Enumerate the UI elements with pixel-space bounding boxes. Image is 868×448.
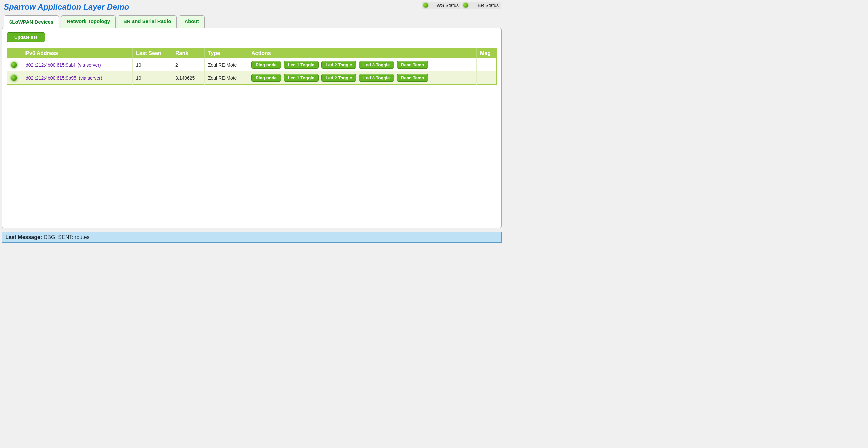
device-address-link[interactable]: fd02::212:4b00:615:9abf xyxy=(24,62,75,68)
status-group: WS Status BR Status xyxy=(422,2,501,9)
cell-type: Zoul RE-Mote xyxy=(205,71,248,85)
tab-6lowpan-devices[interactable]: 6LoWPAN Devices xyxy=(4,15,59,28)
device-address-link[interactable]: fd02::212:4b00:615:9b95 xyxy=(24,75,76,81)
led2-toggle-button[interactable]: Led 2 Toggle xyxy=(321,61,356,69)
app-title: Sparrow Application Layer Demo xyxy=(2,2,129,15)
led1-toggle-button[interactable]: Led 1 Toggle xyxy=(284,61,319,69)
tab-br-serial-radio[interactable]: BR and Serial Radio xyxy=(118,15,177,28)
status-dot-icon xyxy=(463,3,468,8)
cell-msg xyxy=(477,58,497,71)
br-status-label: BR Status xyxy=(478,3,499,8)
read-temp-button[interactable]: Read Temp xyxy=(397,74,428,82)
tab-about[interactable]: About xyxy=(179,15,204,28)
col-header-address: IPv6 Address xyxy=(21,48,133,59)
led3-toggle-button[interactable]: Led 3 Toggle xyxy=(359,61,394,69)
table-row: fd02::212:4b00:615:9b95 (via server) 10 … xyxy=(7,71,497,85)
last-message-text: DBG: SENT: routes xyxy=(44,234,90,240)
cell-msg xyxy=(477,71,497,85)
cell-last-seen: 10 xyxy=(133,71,172,85)
ping-node-button[interactable]: Ping node xyxy=(251,74,281,82)
col-header-status xyxy=(7,48,21,59)
read-temp-button[interactable]: Read Temp xyxy=(397,61,428,69)
via-server-link[interactable]: (via server) xyxy=(79,75,102,81)
tab-network-topology[interactable]: Network Topology xyxy=(61,15,116,28)
col-header-msg: Msg xyxy=(477,48,497,59)
status-dot-icon xyxy=(11,75,17,81)
tab-strip: 6LoWPAN Devices Network Topology BR and … xyxy=(2,15,502,28)
cell-type: Zoul RE-Mote xyxy=(205,58,248,71)
ping-node-button[interactable]: Ping node xyxy=(251,61,281,69)
status-dot-icon xyxy=(423,3,428,8)
col-header-actions: Actions xyxy=(248,48,477,59)
col-header-type: Type xyxy=(205,48,248,59)
led3-toggle-button[interactable]: Led 3 Toggle xyxy=(359,74,394,82)
via-server-link[interactable]: (via server) xyxy=(78,62,101,68)
ws-status-pill: WS Status xyxy=(422,2,461,9)
last-message-label: Last Message: xyxy=(5,234,42,240)
br-status-pill: BR Status xyxy=(462,2,501,9)
col-header-rank: Rank xyxy=(172,48,205,59)
devices-table: IPv6 Address Last Seen Rank Type Actions… xyxy=(7,48,497,85)
last-message-bar: Last Message: DBG: SENT: routes xyxy=(2,232,502,243)
cell-rank: 3.140625 xyxy=(172,71,205,85)
status-dot-icon xyxy=(11,62,17,68)
cell-last-seen: 10 xyxy=(133,58,172,71)
col-header-last: Last Seen xyxy=(133,48,172,59)
led2-toggle-button[interactable]: Led 2 Toggle xyxy=(321,74,356,82)
tab-panel-devices: Update list IPv6 Address Last Seen Rank … xyxy=(2,28,502,228)
table-row: fd02::212:4b00:615:9abf (via server) 10 … xyxy=(7,58,497,71)
led1-toggle-button[interactable]: Led 1 Toggle xyxy=(284,74,319,82)
cell-rank: 2 xyxy=(172,58,205,71)
update-list-button[interactable]: Update list xyxy=(7,32,45,42)
ws-status-label: WS Status xyxy=(437,3,459,8)
